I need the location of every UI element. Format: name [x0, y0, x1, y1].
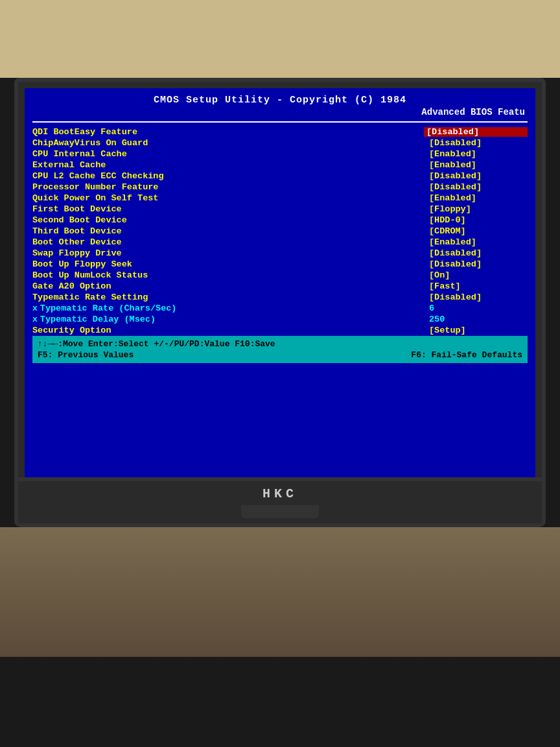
table-row: Security Option [Setup]: [32, 325, 528, 336]
setting-value: [Disabled]: [424, 248, 528, 258]
setting-label: CPU L2 Cache ECC Checking: [32, 171, 424, 181]
monitor-bottom-bezel: HKC: [14, 481, 546, 527]
setting-label: CPU Internal Cache: [32, 149, 424, 159]
setting-label: Boot Up NumLock Status: [32, 270, 424, 280]
divider: [32, 121, 528, 123]
setting-label: Boot Up Floppy Seek: [32, 259, 424, 269]
setting-label: QDI BootEasy Feature: [32, 127, 424, 137]
footer-bar: ↑↓→←:Move Enter:Select +/-/PU/PD:Value F…: [32, 336, 528, 363]
setting-value: [Disabled]: [424, 171, 528, 181]
table-row: Swap Floppy Drive [Disabled]: [32, 248, 528, 259]
desk-surface-bottom: [0, 527, 560, 657]
table-row: Boot Up NumLock Status [On]: [32, 270, 528, 281]
setting-value: [CDROM]: [424, 226, 528, 236]
setting-value: [Enabled]: [424, 160, 528, 170]
setting-label: Gate A20 Option: [32, 281, 424, 291]
setting-label: ChipAwayVirus On Guard: [32, 138, 424, 148]
setting-label: x Typematic Rate (Chars/Sec): [32, 303, 424, 313]
setting-value: [Enabled]: [424, 193, 528, 203]
table-row: Gate A20 Option [Fast]: [32, 281, 528, 292]
setting-label: Boot Other Device: [32, 237, 424, 247]
setting-label: Second Boot Device: [32, 215, 424, 225]
table-row: Typematic Rate Setting [Disabled]: [32, 292, 528, 303]
setting-value: [Floppy]: [424, 204, 528, 214]
bios-subtitle: Advanced BIOS Featu: [32, 107, 528, 117]
setting-label: Quick Power On Self Test: [32, 193, 424, 203]
setting-value: 250: [424, 314, 528, 324]
x-marker-icon: x: [32, 314, 38, 324]
desk-surface-top: [0, 0, 560, 78]
table-row: x Typematic Rate (Chars/Sec) 6: [32, 303, 528, 314]
bios-title: CMOS Setup Utility - Copyright (C) 1984: [32, 95, 528, 106]
setting-value: [Enabled]: [424, 149, 528, 159]
setting-label: x Typematic Delay (Msec): [32, 314, 424, 324]
setting-label: External Cache: [32, 160, 424, 170]
monitor-frame: CMOS Setup Utility - Copyright (C) 1984 …: [14, 78, 546, 481]
setting-value: [Disabled]: [424, 182, 528, 192]
setting-label: Typematic Rate Setting: [32, 292, 424, 302]
setting-value: 6: [424, 303, 528, 313]
table-row: Third Boot Device [CDROM]: [32, 226, 528, 237]
table-row: QDI BootEasy Feature [Disabled]: [32, 126, 528, 137]
setting-value: [Setup]: [424, 326, 528, 335]
footer-f5-label: F5: Previous Values: [38, 350, 134, 360]
setting-value: [On]: [424, 270, 528, 280]
bios-screen: CMOS Setup Utility - Copyright (C) 1984 …: [25, 88, 535, 477]
table-row: CPU L2 Cache ECC Checking [Disabled]: [32, 171, 528, 182]
footer-row-2: F5: Previous Values F6: Fail-Safe Defaul…: [38, 350, 522, 360]
bios-settings-table: QDI BootEasy Feature [Disabled] ChipAway…: [32, 126, 528, 336]
x-marker-icon: x: [32, 303, 38, 313]
table-row: Processor Number Feature [Disabled]: [32, 182, 528, 193]
setting-value: [Disabled]: [424, 138, 528, 148]
table-row: Boot Up Floppy Seek [Disabled]: [32, 259, 528, 270]
setting-label-text: Typematic Delay (Msec): [40, 314, 424, 324]
table-row: CPU Internal Cache [Enabled]: [32, 148, 528, 160]
setting-value: [Disabled]: [424, 259, 528, 269]
setting-label: Processor Number Feature: [32, 182, 424, 192]
table-row: Boot Other Device [Enabled]: [32, 237, 528, 248]
monitor-stand: [241, 505, 319, 518]
table-row: External Cache [Enabled]: [32, 160, 528, 171]
setting-label: Swap Floppy Drive: [32, 248, 424, 258]
setting-value: [HDD-0]: [424, 215, 528, 225]
setting-value: [Disabled]: [424, 127, 528, 137]
monitor-brand-label: HKC: [262, 486, 298, 501]
setting-value: [Fast]: [424, 281, 528, 291]
table-row: First Boot Device [Floppy]: [32, 204, 528, 215]
setting-label: Third Boot Device: [32, 226, 424, 236]
setting-value: [Enabled]: [424, 237, 528, 247]
footer-f6-label: F6: Fail-Safe Defaults: [411, 350, 522, 360]
footer-row-1: ↑↓→←:Move Enter:Select +/-/PU/PD:Value F…: [38, 339, 522, 349]
footer-move-help: ↑↓→←:Move Enter:Select +/-/PU/PD:Value F…: [38, 339, 275, 349]
table-row: ChipAwayVirus On Guard [Disabled]: [32, 137, 528, 148]
table-row: x Typematic Delay (Msec) 250: [32, 314, 528, 325]
setting-label-text: Typematic Rate (Chars/Sec): [40, 303, 424, 313]
table-row: Quick Power On Self Test [Enabled]: [32, 193, 528, 204]
setting-label: Security Option: [32, 326, 424, 335]
table-row: Second Boot Device [HDD-0]: [32, 215, 528, 226]
setting-label: First Boot Device: [32, 204, 424, 214]
setting-value: [Disabled]: [424, 292, 528, 302]
